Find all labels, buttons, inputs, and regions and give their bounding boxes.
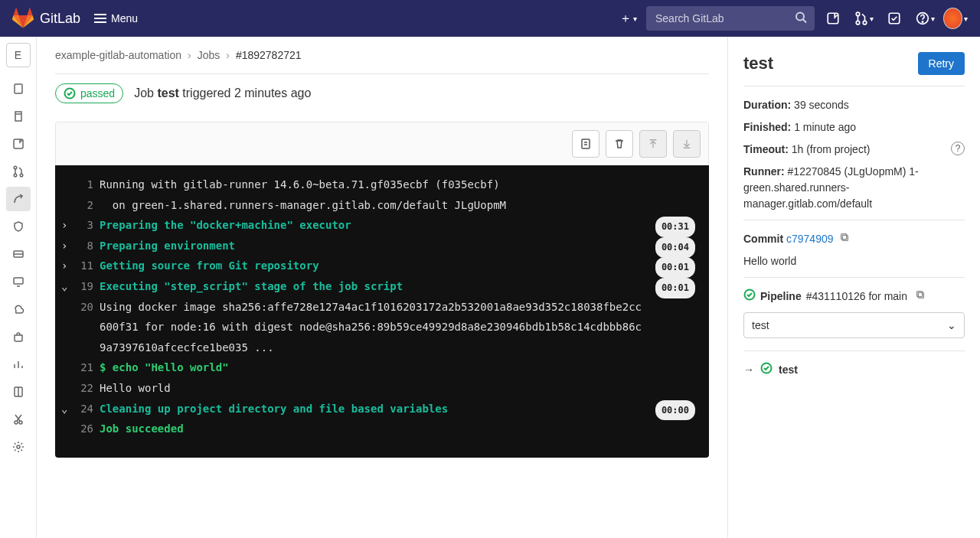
svg-point-0 — [796, 13, 804, 21]
issues-rail-icon[interactable] — [6, 132, 31, 156]
plus-icon: ＋ — [619, 11, 632, 27]
project-info-icon[interactable] — [6, 77, 31, 101]
svg-rect-17 — [14, 278, 23, 284]
breadcrumb: example-gitlab-automation › Jobs › #1892… — [55, 49, 709, 61]
log-line: 22Hello world — [69, 378, 695, 399]
search-icon — [795, 11, 807, 26]
brand-text: GitLab — [40, 11, 80, 27]
breadcrumb-section[interactable]: Jobs — [198, 49, 220, 61]
search-input[interactable] — [646, 6, 815, 31]
left-rail: E — [0, 37, 37, 538]
erase-log-button[interactable] — [606, 130, 633, 158]
user-menu[interactable]: ▾ — [943, 6, 968, 31]
collapse-toggle-icon[interactable]: › — [61, 215, 67, 236]
log-line: 24⌄Cleaning up project directory and fil… — [69, 399, 695, 419]
check-circle-icon — [743, 289, 756, 303]
packages-icon[interactable] — [6, 324, 31, 349]
timeout-row: ?Timeout: 1h (from project) — [743, 142, 965, 158]
svg-rect-28 — [582, 139, 590, 148]
duration-pill: 00:01 — [655, 278, 695, 298]
right-sidebar: test Retry Duration: 39 seconds Finished… — [727, 37, 980, 538]
job-title: test — [743, 54, 773, 73]
log-line: 2 on green-1.shared.runners-manager.gitl… — [69, 195, 695, 216]
job-status-row: passed Job test triggered 2 minutes ago — [55, 83, 709, 103]
log-line: 8›Preparing environment00:04 — [69, 236, 695, 256]
log-line: 20Using docker image sha256:affe728e127a… — [69, 297, 695, 358]
collapse-toggle-icon[interactable]: ⌄ — [61, 276, 67, 297]
scroll-bottom-button[interactable] — [673, 130, 701, 158]
duration-row: Duration: 39 seconds — [743, 97, 965, 113]
help-icon[interactable]: ▾ — [913, 6, 937, 31]
svg-point-13 — [14, 174, 17, 177]
snippets-icon[interactable] — [6, 407, 31, 432]
svg-point-12 — [14, 166, 17, 169]
commit-row: Commit c7974909 — [743, 231, 965, 247]
search-box — [646, 6, 815, 31]
create-menu[interactable]: ＋▾ — [616, 6, 640, 31]
settings-icon[interactable] — [6, 435, 31, 459]
main-content: example-gitlab-automation › Jobs › #1892… — [37, 37, 727, 538]
arrow-right-icon: → — [743, 364, 754, 376]
svg-rect-39 — [917, 292, 923, 297]
svg-point-25 — [19, 421, 22, 424]
duration-pill: 00:01 — [655, 257, 695, 278]
cicd-icon[interactable] — [6, 187, 31, 211]
log-line: 3›Preparing the "docker+machine" executo… — [69, 215, 695, 236]
gitlab-logo[interactable]: GitLab — [12, 8, 80, 29]
commit-message: Hello world — [743, 253, 965, 269]
stage-job-item[interactable]: → test — [743, 362, 965, 377]
finished-row: Finished: 1 minute ago — [743, 119, 965, 135]
check-circle-icon — [64, 87, 76, 99]
svg-point-26 — [17, 445, 20, 448]
runner-row: Runner: #12270845 (JLgUopmM) 1-green.sha… — [743, 164, 965, 212]
stage-select[interactable]: test ⌄ — [743, 312, 965, 338]
todos-icon[interactable] — [882, 6, 906, 31]
project-badge[interactable]: E — [6, 43, 31, 67]
collapse-toggle-icon[interactable]: › — [61, 236, 67, 256]
retry-button[interactable]: Retry — [918, 52, 965, 75]
status-badge: passed — [55, 83, 123, 103]
svg-rect-9 — [15, 84, 22, 93]
main-menu[interactable]: Menu — [87, 8, 145, 29]
issues-icon[interactable] — [821, 6, 845, 31]
collapse-toggle-icon[interactable]: ⌄ — [61, 399, 67, 419]
chevron-down-icon: ⌄ — [947, 319, 956, 331]
duration-pill: 00:04 — [655, 237, 695, 258]
top-bar: GitLab Menu ＋▾ ▾ ▾ ▾ — [0, 0, 980, 37]
copy-icon[interactable] — [915, 289, 926, 302]
monitor-icon[interactable] — [6, 269, 31, 294]
breadcrumb-id: #1892782721 — [236, 49, 302, 61]
log-line: 1Running with gitlab-runner 14.6.0~beta.… — [69, 174, 695, 195]
log-line: 11›Getting source from Git repository00:… — [69, 256, 695, 276]
svg-rect-38 — [918, 292, 923, 298]
svg-point-3 — [856, 12, 860, 16]
collapse-toggle-icon[interactable]: › — [61, 256, 67, 276]
breadcrumb-project[interactable]: example-gitlab-automation — [55, 49, 181, 61]
svg-line-1 — [803, 20, 806, 23]
svg-rect-35 — [843, 235, 848, 240]
merge-requests-rail-icon[interactable] — [6, 159, 31, 184]
svg-point-4 — [856, 21, 860, 24]
repository-icon[interactable] — [6, 104, 31, 129]
log-output[interactable]: 1Running with gitlab-runner 14.6.0~beta.… — [55, 165, 709, 458]
deployments-icon[interactable] — [6, 242, 31, 266]
raw-log-button[interactable] — [572, 130, 599, 158]
infrastructure-icon[interactable] — [6, 297, 31, 321]
tanuki-icon — [12, 8, 34, 29]
help-icon[interactable]: ? — [951, 142, 965, 155]
copy-icon[interactable] — [839, 233, 850, 245]
analytics-icon[interactable] — [6, 352, 31, 377]
log-container: 1Running with gitlab-runner 14.6.0~beta.… — [55, 122, 709, 458]
scroll-top-button[interactable] — [639, 130, 667, 158]
wiki-icon[interactable] — [6, 380, 31, 404]
log-line: 19⌄Executing "step_script" stage of the … — [69, 276, 695, 297]
log-line: 21$ echo "Hello world" — [69, 357, 695, 378]
hamburger-icon — [94, 14, 106, 23]
security-icon[interactable] — [6, 214, 31, 239]
avatar — [943, 8, 962, 29]
svg-rect-36 — [841, 234, 847, 240]
job-trigger-text: Job test triggered 2 minutes ago — [134, 86, 311, 100]
merge-requests-icon[interactable]: ▾ — [851, 6, 876, 31]
svg-point-14 — [20, 174, 23, 177]
commit-link[interactable]: c7974909 — [786, 233, 834, 245]
